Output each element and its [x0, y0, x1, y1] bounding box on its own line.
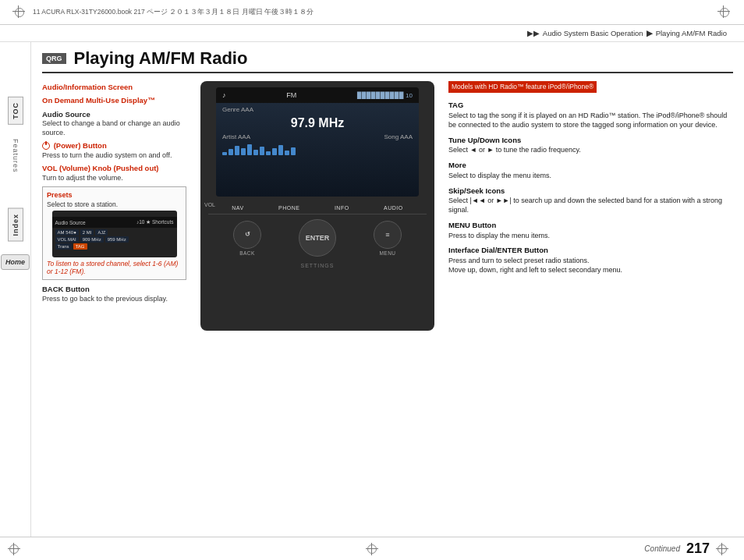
- annot-vol: VOL (Volume) Knob (Pushed out) Turn to a…: [42, 164, 194, 183]
- main-content: TOC Features Index Home QRG Playing AM/F…: [0, 42, 744, 537]
- annot-audio-info-screen-label: Audio/Information Screen: [42, 83, 194, 92]
- tag-desc: Select to tag the song if it is played o…: [448, 112, 733, 129]
- nav-btn-phone[interactable]: PHONE: [278, 205, 299, 211]
- presets-box-desc: Select to store a station.: [47, 200, 182, 208]
- page-title: Playing AM/FM Radio: [74, 48, 248, 69]
- screen-music-icon: ♪: [222, 91, 226, 99]
- more-title: More: [448, 161, 733, 171]
- screen-content: Genre AAA 97.9 MHz Artist AAA Song AAA: [216, 103, 419, 197]
- tag-title: TAG: [448, 101, 733, 111]
- annot-power-label: (Power) Button: [42, 141, 194, 151]
- back-circle[interactable]: ↺: [233, 221, 261, 249]
- screen-song: Song AAA: [384, 133, 413, 140]
- screen-mode: FM: [286, 91, 296, 99]
- nav-btn-nav[interactable]: NAV: [232, 205, 243, 211]
- screen-artist: Artist AAA: [222, 133, 250, 140]
- skip-section: Skip/Seek Icons Select |◄◄ or ►►| to sea…: [448, 186, 733, 215]
- annot-on-demand: On Demand Multi-Use Display™: [42, 96, 194, 105]
- presets-box: Presets Select to store a station. Audio…: [42, 186, 186, 280]
- page-title-area: QRG Playing AM/FM Radio: [42, 48, 733, 73]
- annot-power-desc: Press to turn the audio system on and of…: [42, 151, 194, 161]
- interface-desc: Press and turn to select preset radio st…: [448, 257, 733, 275]
- settings-row: SETTINGS: [208, 261, 427, 270]
- back-label: BACK: [239, 250, 255, 256]
- hd-radio-badge: Models with HD Radio™ feature iPod®/iPho…: [448, 81, 597, 93]
- annot-vol-label: VOL (Volume) Knob (Pushed out): [42, 164, 194, 173]
- nav-btn-info[interactable]: INFO: [335, 205, 349, 211]
- top-bar-file-info: 11 ACURA RLX-31TY26000.book 217 ページ ２０１３…: [33, 8, 711, 17]
- screen-signal: ▉▉▉▉▉▉▉▉▉▉ 10: [357, 92, 413, 99]
- more-desc: Select to display the menu items.: [448, 172, 733, 181]
- right-annotations: Models with HD Radio™ feature iPod®/iPho…: [448, 81, 733, 524]
- tune-section: Tune Up/Down Icons Select ◄ or ► to tune…: [448, 136, 733, 156]
- sidebar-item-index[interactable]: Index: [8, 208, 23, 242]
- center-image: ♪ FM ▉▉▉▉▉▉▉▉▉▉ 10 Genre AAA 97.9 MHz Ar…: [200, 81, 442, 524]
- menu-icon: ≡: [385, 231, 389, 239]
- page-number: 217: [686, 541, 710, 557]
- annot-power-button: (Power) Button Press to turn the audio s…: [42, 141, 194, 160]
- sidebar-features-label: Features: [12, 139, 19, 173]
- interface-section: Interface Dial/ENTER Button Press and tu…: [448, 246, 733, 275]
- enter-label: ENTER: [306, 234, 330, 242]
- presets-screen-mock: Audio Source♪10 ★ Shortcuts AM 540● 2 MI…: [52, 211, 177, 257]
- menu-label: MENU: [379, 250, 395, 256]
- back-button-control: ↺ BACK: [233, 221, 261, 256]
- annot-audio-info-screen: Audio/Information Screen: [42, 83, 194, 92]
- sidebar-item-home[interactable]: Home: [1, 254, 30, 270]
- screen-freq: 97.9 MHz: [222, 116, 413, 130]
- menu-btn-title: MENU Button: [448, 221, 733, 231]
- qrg-badge: QRG: [42, 53, 66, 64]
- enter-circle[interactable]: ENTER: [299, 219, 336, 257]
- annot-audio-source: Audio Source Select to change a band or …: [42, 110, 194, 138]
- breadcrumb-item-2: Playing AM/FM Radio: [656, 29, 727, 37]
- top-bar: 11 ACURA RLX-31TY26000.book 217 ページ ２０１３…: [0, 0, 744, 25]
- presets-note: To listen to a stored channel, select 1-…: [47, 260, 182, 275]
- screen-area: ♪ FM ▉▉▉▉▉▉▉▉▉▉ 10 Genre AAA 97.9 MHz Ar…: [216, 87, 419, 197]
- presets-box-title: Presets: [47, 191, 182, 199]
- menu-button-control: ≡ MENU: [374, 221, 402, 256]
- screen-equalizer: [222, 143, 413, 155]
- screen-genre: Genre AAA: [222, 106, 413, 113]
- skip-desc: Select |◄◄ or ►►| to search up and down …: [448, 197, 733, 214]
- hd-badge-area: Models with HD Radio™ feature iPod®/iPho…: [448, 81, 733, 94]
- content-columns: Audio/Information Screen On Demand Multi…: [42, 81, 733, 524]
- annot-vol-desc: Turn to adjust the volume.: [42, 174, 194, 183]
- tune-desc: Select ◄ or ► to tune the radio frequenc…: [448, 146, 733, 155]
- bottom-bar: Continued 217: [0, 537, 744, 560]
- car-interface: ♪ FM ▉▉▉▉▉▉▉▉▉▉ 10 Genre AAA 97.9 MHz Ar…: [200, 81, 434, 331]
- control-row: ↺ BACK ENTER ≡: [208, 214, 427, 261]
- screen-header: ♪ FM ▉▉▉▉▉▉▉▉▉▉ 10: [216, 87, 419, 103]
- left-sidebar: TOC Features Index Home: [0, 42, 31, 537]
- menu-btn-desc: Press to display the menu items.: [448, 232, 733, 241]
- tag-section: TAG Select to tag the song if it is play…: [448, 101, 733, 129]
- left-annotations: Audio/Information Screen On Demand Multi…: [42, 81, 194, 524]
- page-body: QRG Playing AM/FM Radio Audio/Informatio…: [31, 42, 744, 537]
- settings-label: SETTINGS: [300, 263, 334, 268]
- annot-on-demand-label: On Demand Multi-Use Display™: [42, 96, 194, 105]
- breadcrumb-item-1: Audio System Basic Operation: [543, 29, 643, 37]
- sidebar-item-toc[interactable]: TOC: [8, 97, 23, 125]
- continued-text: Continued: [644, 544, 680, 553]
- more-section: More Select to display the menu items.: [448, 161, 733, 181]
- annot-back-desc: Press to go back to the previous display…: [42, 295, 194, 304]
- interface-title: Interface Dial/ENTER Button: [448, 246, 733, 256]
- annot-back-label: BACK Button: [42, 285, 194, 294]
- back-icon: ↺: [245, 231, 250, 238]
- nav-row: NAV PHONE INFO AUDIO: [208, 202, 427, 214]
- controls-area: NAV PHONE INFO AUDIO ↺ BACK: [208, 202, 427, 270]
- skip-title: Skip/Seek Icons: [448, 186, 733, 197]
- menu-circle[interactable]: ≡: [374, 221, 402, 249]
- breadcrumb-arrow: ▶▶: [527, 29, 540, 37]
- annot-audio-source-desc: Select to change a band or change an aud…: [42, 119, 194, 137]
- annot-back-button: BACK Button Press to go back to the prev…: [42, 285, 194, 303]
- tune-title: Tune Up/Down Icons: [448, 136, 733, 146]
- annot-audio-source-label: Audio Source: [42, 110, 194, 119]
- enter-button-control: ENTER: [299, 219, 336, 257]
- menu-section: MENU Button Press to display the menu it…: [448, 221, 733, 241]
- screen-station-info: Artist AAA Song AAA: [222, 133, 413, 140]
- breadcrumb: ▶▶ Audio System Basic Operation ▶ Playin…: [0, 25, 744, 42]
- nav-btn-audio[interactable]: AUDIO: [384, 205, 403, 211]
